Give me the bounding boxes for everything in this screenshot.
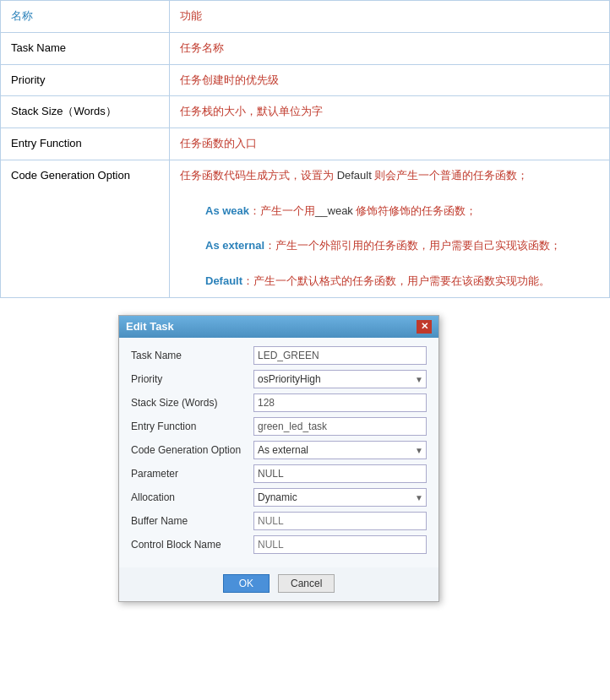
code-gen-value: 任务函数代码生成方式，设置为 Default 则会产生一个普通的任务函数； As… — [170, 160, 610, 297]
dialog-footer: OK Cancel — [119, 567, 438, 601]
dialog-area: Edit Task ✕ Task Name Priority osPriorit… — [0, 298, 610, 602]
field-label-buffer-name: Buffer Name — [131, 515, 253, 527]
dialog-title: Edit Task — [126, 320, 174, 333]
field-row-allocation: Allocation Dynamic Static ▼ — [131, 488, 427, 507]
field-row-code-gen: Code Generation Option As external As we… — [131, 441, 427, 459]
field-label-code-gen: Code Generation Option — [131, 444, 253, 456]
stack-size-label: Stack Size（Words） — [1, 96, 170, 128]
field-select-allocation[interactable]: Dynamic Static — [253, 488, 427, 507]
field-input-task-name[interactable] — [253, 346, 427, 365]
field-label-control-block-name: Control Block Name — [131, 539, 253, 551]
field-select-wrap-priority: osPriorityHigh osPriorityNormal osPriori… — [253, 370, 427, 388]
field-row-task-name: Task Name — [131, 346, 427, 365]
field-select-priority[interactable]: osPriorityHigh osPriorityNormal osPriori… — [253, 370, 427, 388]
field-label-allocation: Allocation — [131, 491, 253, 503]
priority-label: Priority — [1, 64, 170, 96]
field-select-wrap-code-gen: As external As weak Default ▼ — [253, 441, 427, 459]
field-row-control-block-name: Control Block Name — [131, 535, 427, 554]
dialog-body: Task Name Priority osPriorityHigh osPrio… — [119, 338, 438, 567]
field-select-wrap-allocation: Dynamic Static ▼ — [253, 488, 427, 507]
field-row-parameter: Parameter — [131, 464, 427, 483]
field-label-priority: Priority — [131, 373, 253, 385]
field-label-task-name: Task Name — [131, 350, 253, 361]
info-table: 名称 功能 Task Name 任务名称 Priority 任务创建时的优先级 … — [0, 0, 610, 298]
stack-size-value: 任务栈的大小，默认单位为字 — [170, 96, 610, 128]
field-input-stack-size[interactable] — [253, 393, 427, 412]
field-label-parameter: Parameter — [131, 468, 253, 480]
entry-function-label: Entry Function — [1, 128, 170, 160]
field-input-entry-function[interactable] — [253, 417, 427, 436]
field-row-entry-function: Entry Function — [131, 417, 427, 436]
col-function-header: 功能 — [170, 1, 610, 33]
field-row-priority: Priority osPriorityHigh osPriorityNormal… — [131, 370, 427, 388]
code-gen-label: Code Generation Option — [1, 160, 170, 297]
field-label-stack-size: Stack Size (Words) — [131, 397, 253, 409]
ok-button[interactable]: OK — [223, 574, 270, 593]
task-name-label: Task Name — [1, 32, 170, 64]
field-select-code-gen[interactable]: As external As weak Default — [253, 441, 427, 459]
field-input-parameter[interactable] — [253, 464, 427, 483]
task-name-value: 任务名称 — [170, 32, 610, 64]
entry-function-value: 任务函数的入口 — [170, 128, 610, 160]
field-row-buffer-name: Buffer Name — [131, 512, 427, 530]
priority-value: 任务创建时的优先级 — [170, 64, 610, 96]
col-name-header: 名称 — [1, 1, 170, 33]
dialog-titlebar: Edit Task ✕ — [119, 316, 438, 338]
edit-task-dialog: Edit Task ✕ Task Name Priority osPriorit… — [118, 315, 439, 602]
field-label-entry-function: Entry Function — [131, 421, 253, 432]
dialog-close-button[interactable]: ✕ — [417, 320, 432, 334]
cancel-button[interactable]: Cancel — [278, 574, 335, 593]
field-input-buffer-name[interactable] — [253, 512, 427, 530]
field-input-control-block-name[interactable] — [253, 535, 427, 554]
field-row-stack-size: Stack Size (Words) — [131, 393, 427, 412]
